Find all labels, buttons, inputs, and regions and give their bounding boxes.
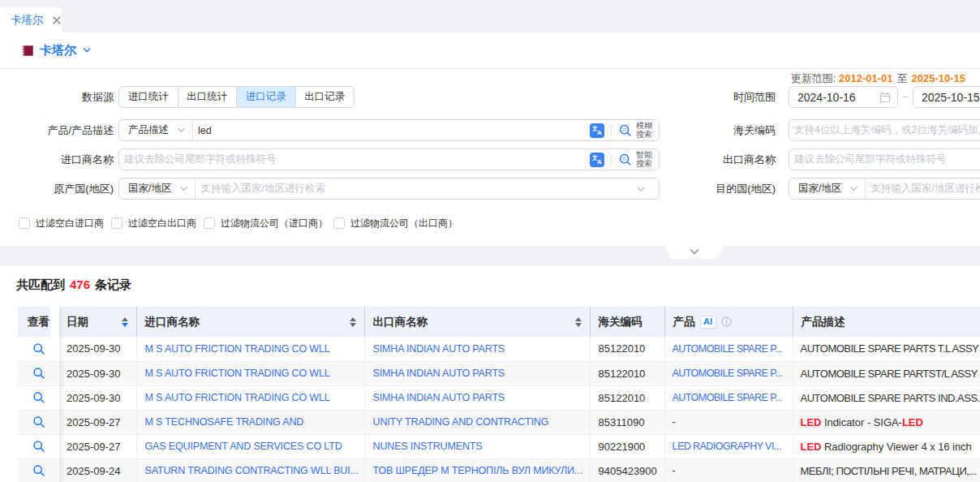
date-from-input[interactable]: 2024-10-16: [789, 86, 898, 108]
cell-date: 2025-09-27: [59, 416, 136, 428]
product-search-value: led: [198, 125, 590, 136]
importer-input[interactable]: 建议去除公司尾部字符或特殊符号 文A 智能搜索: [119, 149, 659, 170]
col-header-date[interactable]: 日期: [59, 307, 136, 337]
label-time-range: 时间范围: [662, 86, 776, 108]
cell-date: 2025-09-30: [59, 368, 136, 380]
tab-qatar[interactable]: 卡塔尔: [0, 7, 62, 32]
col-header-view: 查看: [18, 307, 59, 337]
exporter-link[interactable]: NUNES INSTRUMENTS: [373, 441, 483, 452]
smart-search-icon[interactable]: [618, 152, 634, 167]
view-record-icon[interactable]: [32, 440, 45, 453]
date-to-input[interactable]: 2025-10-15: [913, 86, 980, 108]
exporter-input[interactable]: 建议去除公司尾部字符或特殊符号: [789, 149, 980, 170]
fuzzy-search-icon[interactable]: [618, 123, 634, 138]
segment-import-stats[interactable]: 进口统计: [118, 86, 178, 108]
segment-export-stats[interactable]: 出口统计: [178, 86, 238, 108]
product-link[interactable]: AUTOMOBILE SPARE P...: [673, 368, 783, 379]
cell-description: МЕБЛІ; ПОСТІЛЬНІ РЕЧІ, МАТРАЦИ,...: [793, 465, 980, 477]
tab-close-icon[interactable]: [51, 15, 62, 26]
view-record-icon[interactable]: [32, 391, 45, 404]
sort-importer[interactable]: [350, 317, 356, 327]
destination-placeholder: 支持输入国家/地区进行检索: [870, 182, 980, 196]
update-range-to-word: 至: [897, 72, 908, 84]
fuzzy-search-label[interactable]: 模糊搜索: [636, 122, 652, 139]
cell-hs-code: 9405423900: [591, 465, 664, 477]
view-record-icon[interactable]: [32, 367, 45, 380]
checkbox-icon[interactable]: [111, 217, 122, 229]
label-hs-code: 海关编码: [662, 119, 776, 141]
product-mode-select[interactable]: 产品描述: [119, 120, 193, 140]
date-to-value: 2025-10-15: [922, 91, 980, 104]
checkbox-icon[interactable]: [19, 217, 30, 229]
importer-link[interactable]: M S AUTO FRICTION TRADING CO WLL: [145, 368, 330, 379]
product-link[interactable]: AUTOMOBILE SPARE P...: [673, 392, 783, 403]
exporter-placeholder: 建议去除公司尾部字符或特殊符号: [794, 153, 980, 166]
info-icon[interactable]: [721, 316, 732, 327]
smart-search-label[interactable]: 智能搜索: [636, 151, 652, 168]
results-table-wrap: 查看 日期 进口商名称 出口商名称: [18, 307, 980, 482]
date-from-value: 2024-10-16: [797, 91, 879, 104]
collapse-filter-button[interactable]: [664, 246, 724, 259]
calendar-icon: [879, 92, 891, 103]
qatar-flag-icon: [18, 45, 33, 56]
segment-export-records[interactable]: 出口记录: [296, 86, 355, 108]
cell-date: 2025-09-24: [59, 465, 136, 477]
cell-description: AUTOMOBILE SPARE PARTS IND.ASS...: [793, 392, 980, 404]
product-input-tools: 文A 模糊搜索: [590, 122, 652, 139]
country-dropdown-caret-icon[interactable]: [82, 45, 92, 55]
sort-exporter[interactable]: [575, 317, 582, 327]
product-search-input[interactable]: led 文A 模糊搜索: [193, 120, 659, 140]
importer-link[interactable]: M S AUTO FRICTION TRADING CO WLL: [145, 343, 330, 355]
exporter-link[interactable]: ТОВ ШРЕДЕР М ТЕРНОПІЛЬ ВУЛ МИКУЛИ...: [373, 465, 582, 476]
country-name[interactable]: 卡塔尔: [40, 43, 76, 58]
label-importer: 进口商名称: [0, 148, 114, 170]
origin-country-select[interactable]: 国家/地区: [119, 179, 196, 199]
filter-blank-importer[interactable]: 过滤空白进口商: [19, 215, 104, 231]
update-range-from: 2012-01-01: [839, 72, 893, 84]
filter-logistics-importer[interactable]: 过滤物流公司（进口商）: [204, 215, 328, 231]
table-header-row: 查看 日期 进口商名称 出口商名称: [18, 307, 980, 337]
importer-link[interactable]: M S TECHNOSAFE TRADING AND: [145, 416, 304, 428]
label-exporter: 出口商名称: [662, 148, 776, 170]
importer-link[interactable]: SATURN TRADING CONTRACTING WLL BUI...: [145, 465, 359, 476]
checkbox-icon[interactable]: [333, 217, 345, 229]
destination-country-select[interactable]: 国家/地区: [789, 179, 866, 199]
filter-blank-exporter[interactable]: 过滤空白出口商: [111, 215, 196, 231]
table-row: 2025-09-30M S AUTO FRICTION TRADING CO W…: [18, 385, 980, 410]
label-data-source: 数据源: [0, 86, 114, 108]
filter-logistics-exporter[interactable]: 过滤物流公司（出口商）: [333, 215, 458, 231]
hs-code-input[interactable]: 支持4位以上海关编码，或2位海关编码加上: [789, 120, 980, 140]
destination-input[interactable]: 支持输入国家/地区进行检索: [866, 179, 980, 199]
view-record-icon[interactable]: [32, 415, 45, 428]
hs-code-placeholder: 支持4位以上海关编码，或2位海关编码加上: [794, 123, 980, 137]
checkbox-icon[interactable]: [204, 217, 215, 229]
sort-date[interactable]: [122, 317, 128, 327]
view-record-icon[interactable]: [32, 464, 45, 477]
importer-link[interactable]: M S AUTO FRICTION TRADING CO WLL: [145, 392, 330, 403]
segment-import-records[interactable]: 进口记录: [237, 86, 296, 108]
product-link[interactable]: AUTOMOBILE SPARE P...: [673, 343, 783, 355]
exporter-link[interactable]: SIMHA INDIAN AUTO PARTS: [373, 392, 505, 403]
cell-date: 2025-09-30: [59, 392, 136, 404]
match-count: 476: [70, 278, 90, 291]
product-link[interactable]: LED RADIOGRAPHY VI...: [673, 441, 781, 452]
view-record-icon[interactable]: [32, 342, 45, 355]
exporter-link[interactable]: SIMHA INDIAN AUTO PARTS: [373, 343, 505, 355]
col-header-exporter[interactable]: 出口商名称: [364, 307, 590, 337]
importer-link[interactable]: GAS EQUIPMENT AND SERVICES CO LTD: [145, 441, 342, 452]
filter-panel: 更新范围: 2012-01-01至2025-10-15 数据源 进口统计 出口统…: [0, 70, 980, 246]
col-header-importer[interactable]: 进口商名称: [136, 307, 364, 337]
importer-input-tools: 文A 智能搜索: [590, 151, 652, 168]
translate-icon[interactable]: 文A: [590, 153, 604, 167]
ai-badge: AI: [700, 316, 716, 329]
date-range-separator: –: [899, 86, 912, 108]
origin-input[interactable]: 支持输入国家/地区进行检索: [196, 179, 659, 199]
destination-country-value: 国家/地区: [798, 182, 841, 196]
cell-description: AUTOMOBILE SPARE PARTS T.L ASSY ...: [793, 342, 980, 355]
cell-hs-code: 85122010: [591, 392, 664, 404]
cell-date: 2025-09-27: [59, 441, 136, 453]
translate-icon[interactable]: 文A: [590, 123, 604, 138]
exporter-field: 建议去除公司尾部字符或特殊符号: [789, 148, 980, 170]
exporter-link[interactable]: UNITY TRADING AND CONTRACTING: [373, 416, 549, 428]
exporter-link[interactable]: SIMHA INDIAN AUTO PARTS: [373, 368, 505, 379]
